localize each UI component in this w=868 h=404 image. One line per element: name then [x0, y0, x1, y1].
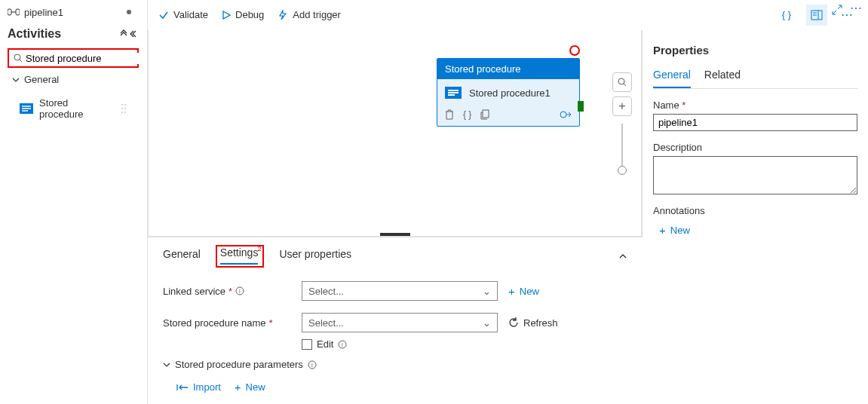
- drag-grip-icon: [121, 103, 127, 114]
- debug-button[interactable]: Debug: [222, 9, 264, 20]
- pipeline-description-input[interactable]: [653, 156, 857, 194]
- svg-point-9: [121, 104, 123, 106]
- properties-tab-related[interactable]: Related: [704, 64, 741, 88]
- add-trigger-button[interactable]: Add trigger: [278, 9, 341, 20]
- add-annotation-button[interactable]: + New: [653, 219, 857, 237]
- svg-text:i: i: [311, 362, 313, 369]
- svg-point-14: [124, 112, 126, 113]
- activities-title: Activities: [8, 27, 61, 41]
- add-annotation-label: New: [670, 225, 690, 236]
- required-indicator: *: [682, 99, 686, 111]
- svg-point-11: [121, 108, 123, 109]
- collapse-panel-icon[interactable]: [130, 29, 139, 38]
- activity-settings-panel: General Settings 2 User properties Linke…: [148, 237, 643, 404]
- svg-text:i: i: [342, 341, 344, 348]
- fit-to-screen-button[interactable]: [612, 72, 632, 92]
- activity-stored-procedure[interactable]: Stored procedure: [6, 93, 140, 124]
- info-icon[interactable]: i: [235, 286, 244, 295]
- delete-icon[interactable]: [445, 109, 454, 120]
- svg-line-26: [624, 84, 626, 86]
- bottom-tab-settings-highlight: Settings 2: [216, 245, 265, 268]
- bottom-tab-user-properties[interactable]: User properties: [279, 248, 351, 265]
- pipeline-canvas[interactable]: Stored procedure Stored procedure1 { }: [148, 30, 642, 237]
- check-icon: [158, 10, 169, 20]
- panel-resize-handle[interactable]: [380, 233, 410, 236]
- output-port[interactable]: [578, 101, 584, 112]
- edit-checkbox[interactable]: [302, 339, 312, 350]
- bottom-tab-general[interactable]: General: [163, 248, 201, 265]
- params-section-header[interactable]: Stored procedure parameters i: [163, 354, 627, 375]
- section-general[interactable]: General: [0, 69, 146, 90]
- plus-icon: +: [235, 381, 241, 393]
- edit-label: Edit: [317, 338, 333, 350]
- svg-point-13: [121, 112, 123, 113]
- code-icon[interactable]: { }: [463, 109, 471, 120]
- search-icon: [14, 54, 23, 63]
- info-icon[interactable]: i: [338, 340, 347, 349]
- linked-service-label: Linked service * i: [163, 286, 291, 297]
- properties-title: Properties: [653, 30, 857, 64]
- zoom-in-button[interactable]: +: [612, 96, 632, 116]
- import-button[interactable]: Import: [176, 381, 221, 393]
- zoom-slider[interactable]: [621, 124, 623, 172]
- unsaved-indicator-icon: [127, 10, 131, 14]
- plus-icon: +: [508, 285, 515, 298]
- plus-icon: +: [659, 224, 666, 237]
- svg-point-10: [124, 104, 126, 106]
- properties-tab-general[interactable]: General: [653, 64, 691, 88]
- debug-label: Debug: [235, 9, 264, 20]
- output-icon[interactable]: [560, 110, 572, 119]
- properties-toggle-icon[interactable]: [806, 5, 827, 26]
- zoom-thumb[interactable]: [618, 166, 627, 175]
- corner-actions: ⋯: [832, 5, 862, 15]
- collapse-bottom-icon[interactable]: [618, 252, 627, 261]
- new-linked-service-button[interactable]: + New: [508, 285, 539, 298]
- svg-point-25: [618, 78, 624, 84]
- activity-node-title: Stored procedure1: [469, 87, 551, 99]
- expand-icon[interactable]: [832, 5, 842, 15]
- svg-rect-0: [8, 9, 11, 15]
- zoom-controls: +: [612, 72, 632, 172]
- pipeline-tab[interactable]: pipeline1: [0, 0, 146, 21]
- new-param-button[interactable]: + New: [235, 381, 265, 393]
- activities-header: Activities: [0, 21, 146, 47]
- svg-point-12: [124, 108, 126, 109]
- activities-search-input[interactable]: [23, 53, 155, 64]
- stored-proc-select[interactable]: Select...: [302, 313, 498, 332]
- svg-point-3: [14, 54, 20, 60]
- copy-icon[interactable]: [480, 109, 489, 120]
- stored-proc-name-label: Stored procedure name *: [163, 317, 291, 329]
- trigger-icon: [278, 10, 288, 20]
- activity-stored-procedure-label: Stored procedure: [39, 97, 115, 120]
- stored-procedure-icon: [20, 103, 33, 114]
- activity-node[interactable]: Stored procedure Stored procedure1 { }: [437, 58, 580, 127]
- refresh-icon: [508, 317, 519, 328]
- node-validation-indicator-icon: [569, 45, 580, 56]
- name-label: Name *: [653, 89, 857, 114]
- activity-node-header: Stored procedure: [437, 59, 579, 79]
- svg-rect-23: [483, 110, 489, 118]
- pipeline-toolbar: Validate Debug Add trigger { } ⋯: [148, 0, 868, 30]
- pipeline-icon: [8, 8, 20, 17]
- json-view-icon[interactable]: { }: [776, 5, 797, 26]
- refresh-button[interactable]: Refresh: [508, 317, 558, 329]
- info-icon[interactable]: i: [308, 360, 317, 369]
- add-trigger-label: Add trigger: [293, 9, 341, 20]
- svg-rect-1: [16, 9, 20, 15]
- svg-line-4: [20, 60, 22, 62]
- more-icon[interactable]: ⋯: [850, 5, 862, 15]
- activities-search[interactable]: [8, 48, 139, 68]
- params-header-label: Stored procedure parameters: [175, 359, 303, 370]
- chevron-down-icon: [12, 76, 20, 84]
- chevron-down-icon: [163, 361, 170, 369]
- validate-label: Validate: [173, 9, 208, 20]
- pipeline-tab-title: pipeline1: [24, 7, 63, 18]
- svg-point-24: [560, 112, 566, 118]
- validate-button[interactable]: Validate: [158, 9, 208, 20]
- activities-panel: pipeline1 Activities General Sto: [0, 0, 147, 404]
- bottom-tab-settings[interactable]: Settings: [220, 246, 259, 265]
- collapse-sections-icon[interactable]: [119, 29, 128, 38]
- linked-service-select[interactable]: Select...: [302, 281, 498, 301]
- pipeline-name-input[interactable]: [653, 114, 857, 131]
- stored-procedure-icon: [445, 87, 462, 99]
